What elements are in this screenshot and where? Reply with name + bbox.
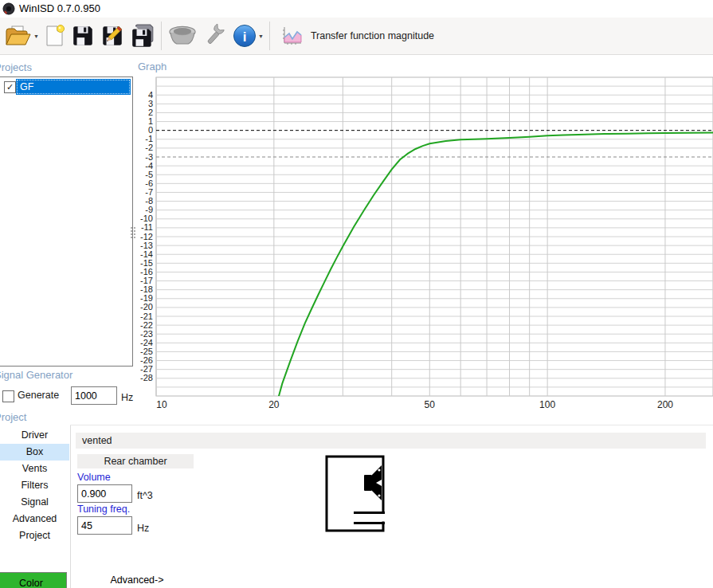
title-bar: WinISD 0.7.0.950 (0, 0, 713, 18)
save-floppy-icon (71, 24, 95, 48)
graph-section-label: Graph (138, 61, 166, 73)
transfer-function-chart: 43210-1-2-3-4-5-6-7-8-9-10-11-12-13-14-1… (135, 76, 713, 410)
svg-text:200: 200 (657, 399, 673, 410)
tab-vents[interactable]: Vents (0, 461, 69, 477)
info-icon: i (233, 24, 257, 48)
x-axis-labels: 102050100200 (156, 399, 673, 410)
generate-checkbox[interactable] (2, 390, 14, 402)
save-as-button[interactable] (97, 20, 127, 52)
enclosure-outline (327, 457, 383, 531)
view-selector-button[interactable]: Transfer function magnitude (273, 20, 442, 52)
new-button[interactable] (41, 20, 69, 52)
tab-filters[interactable]: Filters (0, 477, 69, 494)
tab-signal[interactable]: Signal (0, 494, 69, 511)
save-all-floppies-icon (130, 24, 155, 48)
port-opening (381, 514, 387, 522)
svg-text:10: 10 (156, 399, 167, 410)
speaker-basket-icon (167, 24, 198, 48)
tab-driver[interactable]: Driver (0, 427, 69, 444)
new-document-icon (44, 24, 66, 48)
svg-text:100: 100 (539, 399, 555, 410)
tuning-frequency-unit: Hz (137, 523, 149, 534)
projects-list[interactable]: ✓ GF (0, 76, 133, 367)
advanced-button[interactable]: Advanced-> (97, 570, 177, 588)
save-button[interactable] (69, 20, 97, 52)
toolbar-separator (161, 22, 162, 50)
project-name[interactable]: GF (16, 79, 131, 95)
toolbar-separator (269, 22, 270, 50)
driver-button[interactable] (165, 20, 200, 52)
project-checkbox[interactable]: ✓ (4, 81, 16, 93)
project-list-item[interactable]: ✓ GF (0, 79, 132, 95)
rear-chamber-tab[interactable]: Rear chamber (77, 454, 194, 468)
wrench-icon (202, 24, 228, 48)
svg-text:i: i (243, 29, 247, 45)
open-dropdown-arrow[interactable]: ▼ (33, 33, 39, 39)
tuning-frequency-input[interactable] (77, 516, 132, 535)
tab-advanced[interactable]: Advanced (0, 511, 69, 527)
view-selector-label: Transfer function magnitude (311, 30, 434, 41)
volume-input[interactable] (77, 484, 132, 503)
panel-divider (70, 425, 713, 425)
panel-divider (70, 425, 71, 588)
signal-generator-section-label: Signal Generator (0, 369, 72, 381)
transfer-chart-icon (281, 25, 303, 47)
save-all-button[interactable] (127, 20, 158, 52)
generator-frequency-unit: Hz (121, 392, 133, 403)
window-title: WinISD 0.7.0.950 (19, 0, 100, 18)
save-as-floppy-pencil-icon (100, 24, 125, 48)
info-button[interactable]: i ▼ (230, 20, 266, 52)
tab-box[interactable]: Box (0, 444, 69, 461)
toolbar: ▼ (0, 18, 713, 55)
volume-label[interactable]: Volume (77, 472, 111, 483)
tab-project[interactable]: Project (0, 527, 69, 544)
driver-magnet (364, 475, 372, 491)
volume-unit: ft^3 (137, 490, 153, 501)
color-button[interactable]: Color (0, 572, 67, 588)
svg-text:50: 50 (425, 399, 436, 410)
svg-text:-28: -28 (140, 373, 153, 382)
projects-section-label: Projects (0, 61, 32, 73)
project-tabs: DriverBoxVentsFiltersSignalAdvancedProje… (0, 427, 69, 544)
y-axis-labels: 43210-1-2-3-4-5-6-7-8-9-10-11-12-13-14-1… (140, 90, 153, 383)
app-icon (2, 2, 15, 15)
open-button[interactable]: ▼ (2, 20, 41, 52)
tools-button[interactable] (200, 20, 230, 52)
project-section-label: Project (0, 411, 26, 423)
enclosure-diagram (322, 453, 389, 535)
svg-text:20: 20 (268, 399, 280, 410)
generate-label: Generate (18, 390, 59, 401)
info-dropdown-arrow[interactable]: ▼ (258, 33, 264, 39)
open-folder-icon (5, 24, 32, 48)
enclosure-type-header[interactable]: vented (76, 433, 706, 449)
tuning-frequency-label[interactable]: Tuning freq. (77, 504, 130, 515)
winisd-window: WinISD 0.7.0.950 ▼ (0, 0, 713, 588)
generator-frequency-input[interactable] (71, 386, 117, 405)
